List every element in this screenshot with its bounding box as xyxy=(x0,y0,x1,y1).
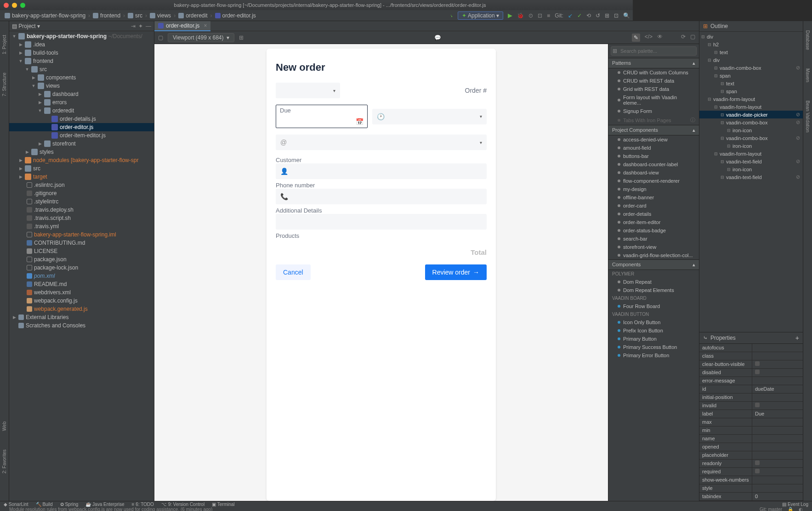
design-mode-icon[interactable]: ✎ xyxy=(632,34,633,42)
palette-item[interactable]: CRUD with Custom Columns xyxy=(608,68,633,77)
chat-icon[interactable]: 💬 xyxy=(434,34,441,41)
close-window-icon[interactable] xyxy=(4,3,9,8)
ide-settings-icon[interactable]: ⊡ xyxy=(614,12,619,19)
palette-item[interactable]: flow-component-renderer xyxy=(608,177,633,185)
breadcrumb[interactable]: frontend xyxy=(91,11,122,20)
layout-icon[interactable]: ⊞ xyxy=(239,34,244,41)
palette-item[interactable]: search-bar xyxy=(608,235,633,243)
breadcrumb[interactable]: order-editor.js xyxy=(213,11,258,20)
run-config-selector[interactable]: ✦ Application ▾ xyxy=(458,11,503,20)
minimize-window-icon[interactable] xyxy=(12,3,17,8)
update-icon[interactable]: ↙ xyxy=(568,12,573,19)
profile-icon[interactable]: ⊡ xyxy=(538,12,542,19)
designer-toolbar: ▢ Viewport (499 x 684)▾ ⊞ 💬 ✎ </> 👁 ⟳ ▢ xyxy=(154,31,633,44)
person-icon: 👤 xyxy=(280,168,288,175)
palette-item[interactable]: storefront-view xyxy=(608,243,633,251)
palette-item[interactable]: Four Row Board xyxy=(608,302,633,310)
palette-item[interactable]: offline-banner xyxy=(608,193,633,202)
coverage-icon[interactable]: ⊙ xyxy=(528,12,533,19)
commit-icon[interactable]: ✓ xyxy=(577,12,582,19)
palette-item[interactable]: Dom Repeat Elements xyxy=(608,286,633,294)
project-dropdown[interactable]: ▤ Project ▾ xyxy=(12,23,40,29)
palette-item[interactable]: vaadin-grid-flow-selection-col... xyxy=(608,251,633,259)
editor-tab[interactable]: order-editor.js × xyxy=(154,21,210,31)
palette-section-project[interactable]: Project Components▴ xyxy=(608,125,633,135)
palette-item[interactable]: Grid with REST data xyxy=(608,85,633,93)
chevron-right-icon: › xyxy=(174,12,176,19)
breadcrumb[interactable]: bakery-app-starter-flow-spring xyxy=(3,11,87,20)
palette-item[interactable]: Form layout with Vaadin eleme... xyxy=(608,93,633,107)
details-label: Additional Details xyxy=(276,207,487,214)
arrow-right-icon: → xyxy=(473,269,479,276)
customer-label: Customer xyxy=(276,157,487,163)
palette-item[interactable]: Primary Error Button xyxy=(608,351,633,359)
search-everywhere-icon[interactable]: 🔍 xyxy=(623,12,630,19)
due-date-picker[interactable]: Due 📅 xyxy=(276,105,368,128)
palette-item[interactable]: order-card xyxy=(608,202,633,210)
revert-icon[interactable]: ↺ xyxy=(596,12,600,19)
palette-item[interactable]: order-item-editor xyxy=(608,218,633,226)
folder-icon xyxy=(93,13,98,18)
breadcrumb[interactable]: orderedit xyxy=(176,11,209,20)
palette-item[interactable]: order-details xyxy=(608,210,633,218)
project-tree[interactable]: ▼bakery-app-starter-flow-spring ~/Docume… xyxy=(9,31,154,331)
palette-item[interactable]: order-status-badge xyxy=(608,226,633,235)
structure-tool-button[interactable]: 7: Structure xyxy=(2,73,7,96)
palette-section-components[interactable]: Components▴ xyxy=(608,259,633,270)
designer-canvas[interactable]: New order ▾ Order # Due 📅 🕐 ▾ @ ▾ xyxy=(154,44,608,398)
palette-item[interactable]: Icon Only Button xyxy=(608,318,633,326)
chevron-down-icon: ▾ xyxy=(333,88,335,93)
debug-icon[interactable]: 🐞 xyxy=(517,12,524,19)
cancel-button[interactable]: Cancel xyxy=(276,264,311,280)
close-tab-icon[interactable]: × xyxy=(204,22,207,29)
stop-icon[interactable]: ■ xyxy=(547,12,550,19)
maximize-window-icon[interactable] xyxy=(20,3,25,8)
collapse-icon[interactable]: ⇥ xyxy=(131,23,136,29)
palette-item[interactable]: buttons-bar xyxy=(608,152,633,160)
js-file-icon xyxy=(158,23,164,28)
folder-icon xyxy=(178,13,184,18)
palette-item[interactable]: Prefix Icon Button xyxy=(608,326,633,335)
palette-item[interactable]: access-denied-view xyxy=(608,135,633,144)
status-select[interactable]: ▾ xyxy=(276,83,340,98)
breadcrumb[interactable]: src xyxy=(126,11,144,20)
details-field[interactable] xyxy=(276,214,487,230)
palette-item[interactable]: Primary Button xyxy=(608,335,633,343)
palette-item[interactable]: Signup Form xyxy=(608,107,633,115)
location-select[interactable]: @ ▾ xyxy=(276,135,487,150)
build-icon[interactable]: ⭏ xyxy=(450,12,453,19)
breadcrumb[interactable]: views xyxy=(148,11,173,20)
chevron-right-icon: › xyxy=(145,12,147,19)
phone-field[interactable]: 📞 xyxy=(276,189,487,204)
palette-item[interactable]: Tabs With Iron Pagesⓘ xyxy=(608,115,633,125)
palette-item[interactable]: dashboard-view xyxy=(608,168,633,177)
chevron-down-icon: ▾ xyxy=(480,114,482,119)
folder-icon xyxy=(5,13,10,18)
project-tool-button[interactable]: 1: Project xyxy=(2,35,7,54)
js-file-icon xyxy=(215,13,221,18)
palette-item[interactable]: dashboard-counter-label xyxy=(608,160,633,168)
folder-icon xyxy=(128,13,133,18)
palette-section-patterns[interactable]: Patterns▴ xyxy=(608,58,633,68)
order-id-label: Order # xyxy=(465,87,487,94)
ide-settings-icon[interactable]: ⊞ xyxy=(605,12,609,19)
due-label: Due xyxy=(280,107,363,114)
palette-item[interactable]: my-design xyxy=(608,185,633,193)
crop-icon[interactable]: ▢ xyxy=(158,34,163,41)
palette-item[interactable]: amount-field xyxy=(608,144,633,152)
palette-item[interactable]: CRUD with REST data xyxy=(608,77,633,85)
palette-item[interactable]: Primary Success Button xyxy=(608,343,633,351)
palette-category: VAADIN BOARD xyxy=(608,294,633,302)
chevron-down-icon: ▾ xyxy=(480,140,482,145)
review-order-button[interactable]: Review order→ xyxy=(425,264,487,280)
palette-category: POLYMER xyxy=(608,270,633,278)
history-icon[interactable]: ⟲ xyxy=(586,12,591,19)
palette-item[interactable]: Dom Repeat xyxy=(608,278,633,286)
palette-category: VAADIN BUTTON xyxy=(608,310,633,318)
customer-field[interactable]: 👤 xyxy=(276,163,487,179)
settings-icon[interactable]: ✦ xyxy=(138,23,143,29)
minimize-icon[interactable]: — xyxy=(146,23,151,29)
viewport-selector[interactable]: Viewport (499 x 684)▾ xyxy=(168,33,234,42)
run-icon[interactable]: ▶ xyxy=(508,12,512,19)
time-select[interactable]: 🕐 ▾ xyxy=(372,109,487,124)
